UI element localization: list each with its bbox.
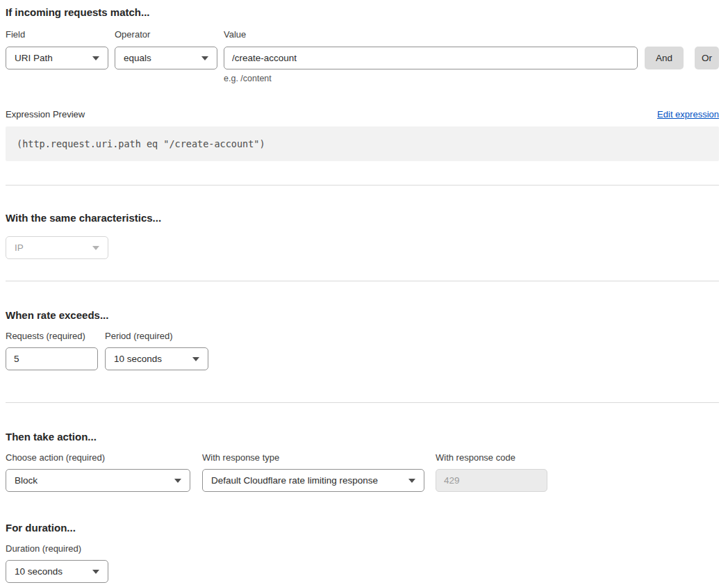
- chevron-down-icon: [92, 570, 99, 574]
- characteristic-select: IP: [6, 236, 108, 259]
- requests-column: Requests (required): [6, 331, 98, 370]
- edit-expression-link[interactable]: Edit expression: [657, 108, 719, 122]
- match-section-heading: If incoming requests match...: [6, 6, 719, 19]
- duration-section-heading: For duration...: [6, 521, 719, 535]
- rate-limiting-rule-form: If incoming requests match... Field URI …: [0, 0, 728, 585]
- value-hint: e.g. /content: [224, 74, 638, 83]
- characteristics-section-heading: With the same characteristics...: [6, 211, 719, 225]
- rate-fields-row: Requests (required) Period (required) 10…: [6, 331, 719, 370]
- section-divider: [6, 185, 719, 186]
- or-button[interactable]: Or: [695, 47, 719, 69]
- response-code-input: [436, 469, 547, 492]
- value-label: Value: [224, 29, 638, 40]
- duration-label: Duration (required): [6, 543, 719, 554]
- expression-code: (http.request.uri.path eq "/create-accou…: [6, 126, 719, 161]
- operator-label: Operator: [115, 29, 217, 40]
- choose-action-label: Choose action (required): [6, 452, 190, 463]
- period-label: Period (required): [105, 331, 208, 342]
- expression-preview-label: Expression Preview: [6, 108, 85, 122]
- response-type-column: With response type Default Cloudflare ra…: [202, 452, 424, 492]
- period-select-value: 10 seconds: [114, 354, 162, 364]
- chevron-down-icon: [92, 56, 99, 60]
- field-select[interactable]: URI Path: [6, 47, 108, 69]
- section-divider: [6, 402, 719, 403]
- response-code-label: With response code: [436, 452, 547, 463]
- response-type-select-value: Default Cloudflare rate limiting respons…: [211, 475, 378, 486]
- choose-action-select-value: Block: [15, 475, 38, 486]
- response-code-column: With response code: [436, 452, 547, 492]
- period-select[interactable]: 10 seconds: [105, 347, 208, 370]
- chevron-down-icon: [174, 479, 181, 483]
- expression-preview-header: Expression Preview Edit expression: [6, 108, 719, 122]
- rate-section-heading: When rate exceeds...: [6, 308, 719, 322]
- section-divider: [6, 281, 719, 281]
- chevron-down-icon: [408, 479, 415, 483]
- requests-input[interactable]: [6, 347, 98, 370]
- chevron-down-icon: [92, 246, 99, 250]
- response-type-label: With response type: [202, 452, 424, 463]
- duration-select-value: 10 seconds: [15, 566, 63, 577]
- response-type-select[interactable]: Default Cloudflare rate limiting respons…: [202, 469, 424, 492]
- chevron-down-icon: [192, 357, 199, 361]
- operator-select[interactable]: equals: [115, 47, 217, 69]
- conjunction-buttons: And Or: [645, 29, 719, 69]
- field-label: Field: [6, 29, 108, 40]
- choose-action-column: Choose action (required) Block: [6, 452, 190, 492]
- field-column: Field URI Path: [6, 29, 108, 69]
- period-column: Period (required) 10 seconds: [105, 331, 208, 370]
- match-fields-row: Field URI Path Operator equals Value e.g…: [6, 29, 719, 83]
- operator-column: Operator equals: [115, 29, 217, 69]
- choose-action-select[interactable]: Block: [6, 469, 190, 492]
- expression-code-text: (http.request.uri.path eq "/create-accou…: [17, 138, 265, 149]
- value-column: Value e.g. /content: [224, 29, 638, 83]
- requests-label: Requests (required): [6, 331, 98, 342]
- chevron-down-icon: [201, 56, 208, 60]
- action-fields-row: Choose action (required) Block With resp…: [6, 452, 719, 492]
- field-select-value: URI Path: [15, 53, 53, 63]
- duration-column: Duration (required) 10 seconds: [6, 543, 719, 583]
- action-section-heading: Then take action...: [6, 430, 719, 444]
- operator-select-value: equals: [124, 53, 151, 63]
- duration-select[interactable]: 10 seconds: [6, 560, 108, 583]
- characteristic-select-value: IP: [15, 242, 24, 253]
- and-button[interactable]: And: [645, 47, 684, 69]
- value-input[interactable]: [224, 47, 638, 69]
